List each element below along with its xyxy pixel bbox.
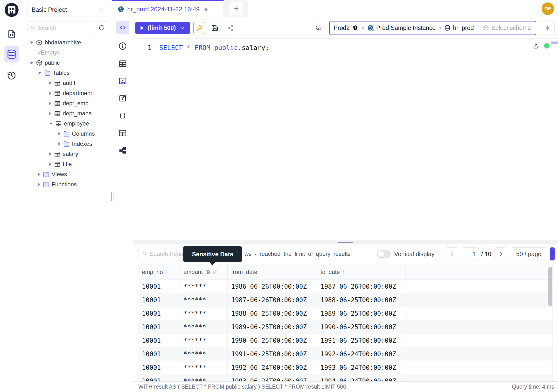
batch-query-button[interactable] xyxy=(313,22,325,34)
tree-item-tables[interactable]: Tables xyxy=(27,68,108,78)
vertical-display-toggle[interactable] xyxy=(377,250,391,258)
tree-item-employee[interactable]: employee xyxy=(27,119,108,129)
eye-off-icon[interactable] xyxy=(205,269,210,274)
column-header-emp-no[interactable]: emp_no xyxy=(138,264,180,280)
tree-item-functions[interactable]: Functions xyxy=(27,179,108,190)
column-header-from-date[interactable]: from_date xyxy=(227,264,317,280)
column-header-amount[interactable]: amount xyxy=(180,264,227,280)
caret-right-icon[interactable] xyxy=(49,152,52,156)
tree-item-columns[interactable]: Columns xyxy=(27,129,108,139)
code-panel-button[interactable] xyxy=(116,21,129,34)
connection-context[interactable]: Prod2 > Prod Sample Instance > hr_prod xyxy=(330,21,478,35)
select-schema-button[interactable]: Select schema xyxy=(478,21,536,35)
caret-right-icon[interactable] xyxy=(49,91,52,95)
table-icon xyxy=(54,161,61,167)
sidebar-search[interactable] xyxy=(27,21,92,34)
editor-scrollbar-indicator[interactable] xyxy=(551,42,558,44)
caret-right-icon[interactable] xyxy=(49,81,52,85)
caret-right-icon[interactable] xyxy=(38,173,40,176)
caret-right-icon[interactable] xyxy=(38,183,40,186)
info-panel-button[interactable] xyxy=(117,41,128,52)
share-sheet-button[interactable] xyxy=(224,22,236,34)
tree-item-department[interactable]: department xyxy=(27,88,108,98)
format-sql-button[interactable] xyxy=(193,22,205,34)
tree-item-public[interactable]: public xyxy=(27,58,108,68)
results-more-button[interactable] xyxy=(550,247,555,261)
tree-item-salary[interactable]: salary xyxy=(27,149,108,159)
tab-hr-prod[interactable]: hr_prod 2024-11-22 16:49 xyxy=(112,0,224,17)
caret-right-icon[interactable] xyxy=(49,102,52,105)
external-tables-panel-button[interactable] xyxy=(117,75,128,87)
refresh-button[interactable] xyxy=(95,21,108,34)
upload-icon[interactable] xyxy=(532,43,539,49)
schema-diagram-button[interactable] xyxy=(117,145,128,156)
cell-emp-no: 10001 xyxy=(138,334,180,347)
cell-amount-masked: ****** xyxy=(180,320,227,334)
executed-query-text: WITH result AS ( SELECT * FROM public.sa… xyxy=(138,383,348,390)
sequences-panel-button[interactable] xyxy=(117,127,128,139)
column-header-to-date[interactable]: to_date xyxy=(317,264,405,280)
tree-item-dept-emp[interactable]: dept_emp xyxy=(27,98,108,108)
sort-icon[interactable] xyxy=(259,269,264,275)
editor-side-strip xyxy=(112,17,133,392)
sort-icon[interactable] xyxy=(342,269,347,275)
sidebar-search-input[interactable] xyxy=(38,24,89,31)
user-avatar[interactable]: DE xyxy=(541,2,554,15)
panel-resize-handle[interactable] xyxy=(133,240,558,244)
table-icon xyxy=(54,151,61,157)
tree-item-dept-manager[interactable]: dept_mana... xyxy=(27,108,108,119)
history-nav-button[interactable] xyxy=(5,69,18,82)
tab-strip-end xyxy=(224,0,248,17)
avatar-initials: DE xyxy=(544,6,551,12)
tree-item-label: bbdataarchive xyxy=(45,39,81,46)
database-nav-button[interactable] xyxy=(4,46,19,62)
tree-item-indexes[interactable]: Indexes xyxy=(27,139,108,149)
rail-divider xyxy=(2,23,21,23)
sort-icon[interactable] xyxy=(165,269,170,275)
cell-from-date: 1986-06-26T00:00:00Z xyxy=(227,280,317,293)
sql-code-line[interactable]: SELECT * FROM public.salary; xyxy=(152,44,269,52)
sql-editor[interactable]: 1 SELECT * FROM public.salary; xyxy=(133,39,558,240)
sidebar-resize-handle[interactable] xyxy=(111,192,113,201)
tables-panel-button[interactable] xyxy=(117,58,128,69)
ai-assistant-button[interactable] xyxy=(541,21,555,35)
caret-down-icon[interactable] xyxy=(49,123,52,125)
toggle-knob xyxy=(377,251,384,257)
save-sheet-button[interactable] xyxy=(209,22,221,34)
cell-empty xyxy=(405,293,553,307)
caret-right-icon[interactable] xyxy=(49,112,52,115)
procedures-panel-button[interactable] xyxy=(117,110,128,121)
cell-emp-no: 10001 xyxy=(138,374,180,381)
tree-item-title[interactable]: title xyxy=(27,159,108,169)
run-query-button[interactable]: (limit 500) xyxy=(135,22,190,34)
caret-right-icon[interactable] xyxy=(58,132,61,135)
results-scrollbar-thumb[interactable] xyxy=(548,267,552,306)
cell-to-date: 1993-06-24T00:00:00Z xyxy=(317,361,405,374)
caret-down-icon[interactable] xyxy=(38,72,42,74)
table-icon xyxy=(55,121,62,127)
prev-page-button[interactable] xyxy=(445,247,458,261)
page-size-select[interactable]: 50 / page xyxy=(511,247,547,261)
caret-right-icon[interactable] xyxy=(49,162,52,166)
caret-right-icon[interactable] xyxy=(58,142,61,146)
bytebase-logo-icon[interactable] xyxy=(4,2,19,18)
page-number-input[interactable] xyxy=(461,247,479,261)
tree-item-views[interactable]: Views xyxy=(27,169,108,179)
sql-editor-app: Basic Project bbdataarchive <Empty> xyxy=(0,0,558,392)
worksheet-nav-button[interactable] xyxy=(5,27,18,41)
cell-from-date: 1988-06-25T00:00:00Z xyxy=(227,307,317,320)
refresh-icon xyxy=(98,25,105,31)
tree-item-bbdataarchive[interactable]: bbdataarchive xyxy=(27,37,108,48)
cell-from-date: 1989-06-25T00:00:00Z xyxy=(227,320,317,334)
breadcrumb-separator: > xyxy=(438,25,442,31)
tree-item-audit[interactable]: audit xyxy=(27,78,108,88)
caret-down-icon[interactable] xyxy=(30,62,33,64)
project-selector[interactable]: Basic Project xyxy=(27,3,108,17)
next-page-button[interactable] xyxy=(494,247,507,261)
new-tab-button[interactable] xyxy=(229,2,243,16)
functions-panel-button[interactable] xyxy=(117,93,128,104)
sort-icon[interactable] xyxy=(212,269,218,275)
caret-down-icon[interactable] xyxy=(30,42,33,44)
tree-item-label: salary xyxy=(63,151,78,157)
column-label: from_date xyxy=(231,269,257,275)
